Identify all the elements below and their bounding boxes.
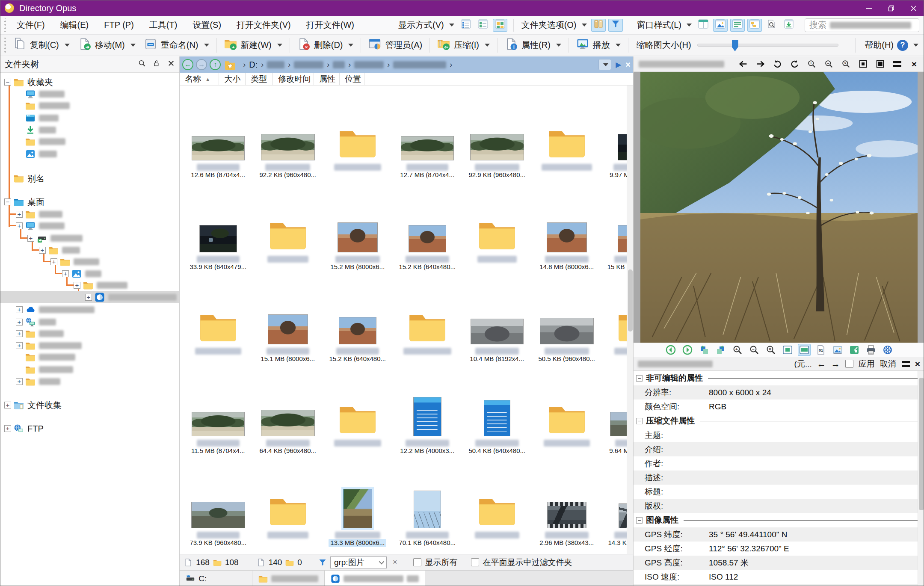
folder-item[interactable] — [532, 89, 601, 181]
rotate-right-button[interactable] — [714, 344, 727, 356]
image-button[interactable] — [831, 344, 844, 356]
collapse-icon[interactable]: − — [636, 418, 643, 424]
folder-item[interactable] — [462, 181, 532, 273]
print-button[interactable] — [865, 344, 877, 356]
tree-item[interactable] — [83, 279, 127, 291]
apply-checkbox[interactable] — [845, 360, 853, 368]
metadata-value[interactable]: 1058.57 米 — [709, 557, 749, 568]
search-icon[interactable] — [138, 59, 146, 69]
copy-button[interactable]: 复制(C) — [9, 37, 74, 54]
restore-button[interactable] — [880, 0, 902, 16]
expand-icon[interactable]: + — [50, 258, 57, 265]
metadata-section-header[interactable]: −非可编辑的属性 — [634, 371, 924, 385]
image-item[interactable]: 10.4 MB (8192x4... — [462, 273, 532, 365]
folder-item[interactable] — [253, 457, 323, 549]
properties-button[interactable]: i属性(R) — [500, 37, 566, 54]
toolbar-grip2[interactable] — [3, 38, 7, 52]
folder-item[interactable] — [462, 457, 532, 549]
admin-button[interactable]: 管理员(A) — [364, 37, 426, 54]
tree-item[interactable] — [48, 244, 80, 256]
redo-rotate-icon[interactable] — [789, 59, 800, 69]
breadcrumb-path[interactable]: ›D:›››››› — [240, 60, 452, 70]
expand-icon[interactable]: + — [16, 319, 23, 326]
scrollbar-thumb[interactable] — [628, 269, 633, 331]
zoom-out-icon[interactable]: − — [823, 59, 834, 69]
tree-item-收藏夹[interactable]: 收藏夹 — [14, 76, 53, 88]
tree-item[interactable] — [25, 88, 65, 100]
tree-item[interactable] — [95, 291, 177, 303]
close-metadata-icon[interactable]: × — [915, 359, 920, 369]
first-page-button[interactable]: 01 — [814, 344, 827, 356]
metadata-value[interactable]: 35 ° 56' 49.441100" N — [709, 530, 787, 539]
metadata-value[interactable]: 8000 x 6000 x 24 — [709, 388, 771, 397]
zoom-in-button[interactable]: + — [731, 344, 744, 356]
cancel-button[interactable]: 取消 — [880, 358, 896, 370]
view-list-button[interactable] — [476, 19, 490, 32]
close-lister-icon[interactable]: × — [625, 60, 631, 70]
metadata-section-header[interactable]: −图像属性 — [634, 513, 924, 527]
rotate-left-button[interactable] — [698, 344, 711, 356]
image-item[interactable]: 11.5 MB (8704x4... — [183, 365, 253, 457]
menu-item-3[interactable]: 工具(T) — [142, 16, 185, 34]
expand-icon[interactable]: + — [4, 425, 11, 432]
metadata-section-header[interactable]: −压缩文件属性 — [634, 414, 924, 428]
menu-icon[interactable] — [892, 59, 902, 69]
tree-item[interactable] — [25, 351, 75, 363]
expand-icon[interactable]: + — [16, 306, 23, 313]
compress-button[interactable]: ⇦压缩(I) — [433, 37, 494, 54]
tree-item[interactable] — [25, 148, 57, 160]
delete-button[interactable]: ×删除(D) — [293, 37, 358, 54]
filter-combo[interactable]: grp:图片 — [330, 556, 387, 568]
image-item[interactable]: 2.96 MB (380x43... — [532, 457, 601, 549]
view-details-button[interactable] — [459, 19, 473, 32]
column-header-5[interactable]: 位置 — [340, 73, 364, 85]
folder-tab-0[interactable]: C: — [180, 571, 252, 586]
image-item[interactable]: 15.1 MB (8000x6... — [253, 273, 323, 365]
prev-image-button[interactable] — [664, 344, 677, 356]
display-mode-menu[interactable]: 显示方式(V) — [397, 16, 456, 34]
expand-icon[interactable]: + — [74, 282, 80, 289]
metadata-value[interactable]: ISO 112 — [709, 572, 738, 582]
image-item[interactable]: 12.6 MB (8704x4... — [183, 89, 253, 181]
export-button[interactable] — [782, 19, 796, 32]
unlock-icon[interactable] — [153, 59, 160, 69]
fit-width-button[interactable] — [798, 344, 811, 356]
metadata-value[interactable]: 112° 56' 32.326700" E — [709, 544, 789, 553]
fit-small-icon[interactable] — [858, 59, 868, 69]
image-item[interactable]: 92.2 KB (960x480... — [253, 89, 323, 181]
dual-pane-button[interactable] — [696, 19, 711, 32]
zoom-in-icon[interactable]: + — [806, 59, 817, 69]
tree-pane-button[interactable] — [747, 19, 762, 32]
view-thumbnails-button[interactable] — [493, 19, 507, 32]
expand-icon[interactable]: + — [16, 211, 23, 218]
tree-item[interactable] — [25, 124, 56, 136]
vertical-scrollbar[interactable] — [627, 86, 633, 554]
tree-item[interactable] — [25, 340, 82, 352]
forward-button[interactable]: → — [196, 59, 207, 70]
close-button[interactable] — [902, 0, 924, 16]
menu-item-4[interactable]: 设置(S) — [185, 16, 229, 34]
find-panel-button[interactable] — [764, 19, 779, 32]
image-item[interactable]: 73.9 KB (960x480... — [183, 457, 253, 549]
tree-item[interactable] — [25, 208, 62, 220]
collapse-icon[interactable]: − — [4, 198, 11, 205]
breadcrumb-segment-blur[interactable] — [267, 61, 284, 68]
tree-item[interactable] — [25, 112, 59, 124]
folder-item[interactable] — [183, 273, 253, 365]
zoom-reset-icon[interactable]: × — [841, 59, 851, 69]
arrow-right-icon[interactable] — [755, 59, 765, 69]
breadcrumb-drive[interactable]: D: — [249, 60, 258, 70]
menu-icon[interactable] — [902, 361, 910, 367]
image-item[interactable]: 50.5 KB (960x480... — [532, 273, 601, 365]
collapse-icon[interactable]: − — [636, 375, 643, 382]
folder-item[interactable] — [392, 273, 462, 365]
tree-item[interactable] — [25, 376, 60, 388]
new-folder-button[interactable]: +新建(W) — [220, 37, 287, 54]
tree-item-文件收集[interactable]: 文件收集 — [14, 399, 62, 411]
help-button[interactable]: 帮助(H) ? — [859, 39, 924, 51]
expand-icon[interactable]: + — [16, 330, 23, 337]
menu-item-6[interactable]: 打开文件(W) — [299, 16, 362, 34]
close-icon[interactable] — [167, 59, 175, 69]
image-item[interactable]: 12.2 MB (4000x3... — [392, 365, 462, 457]
image-item[interactable]: 50.4 KB (640x480... — [462, 365, 532, 457]
